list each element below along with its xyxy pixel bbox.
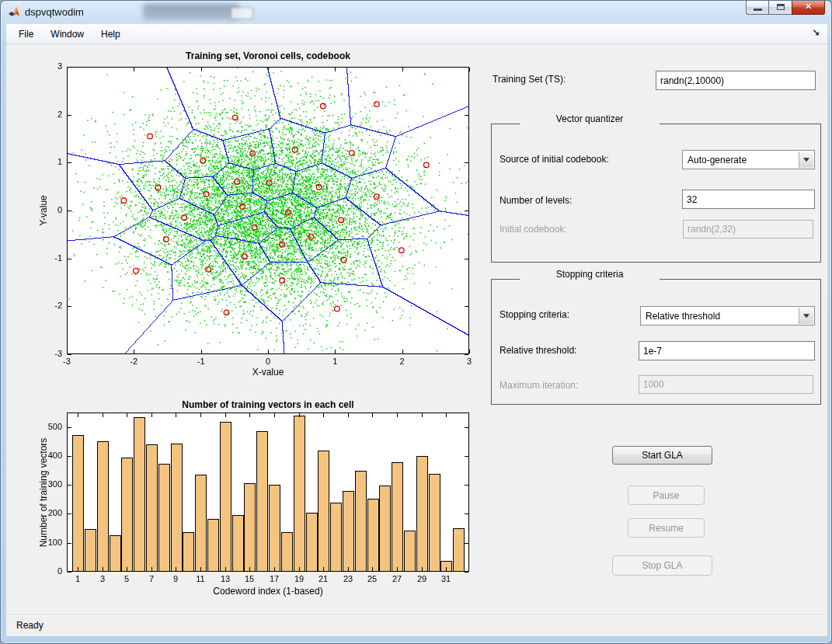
chevron-down-icon[interactable] — [799, 151, 813, 168]
voronoi-plot-ylabel: Y-value — [38, 195, 49, 226]
maximum-iteration-label: Maximum iteration: — [500, 380, 578, 391]
stopping-criteria-group: Stopping criteria Stopping criteria: Rel… — [491, 279, 821, 405]
matlab-figure-window: dspvqtwodim ✕ File Window Help ↘ Trainin… — [0, 0, 832, 644]
statusbar: Ready — [6, 614, 827, 636]
initial-codebook-input — [683, 220, 813, 238]
source-codebook-value: Auto-generate — [688, 155, 747, 165]
number-of-levels-input[interactable] — [682, 190, 815, 209]
bar-plot-ylabel: Number of training vectors — [38, 438, 49, 548]
source-codebook-dropdown[interactable]: Auto-generate — [682, 150, 815, 169]
redacted-region — [143, 4, 239, 20]
window-title: dspvqtwodim — [25, 6, 84, 18]
minimize-icon — [754, 9, 762, 11]
menu-window[interactable]: Window — [42, 26, 92, 43]
caption-buttons: ✕ — [747, 1, 825, 16]
stopping-criteria-label: Stopping criteria: — [500, 309, 569, 320]
vector-quantizer-group: Vector quantizer Source of initial codeb… — [491, 124, 821, 263]
voronoi-plot-xlabel: X-value — [252, 367, 284, 378]
training-set-label: Training Set (TS): — [493, 74, 566, 85]
close-button[interactable]: ✕ — [792, 1, 825, 15]
relative-threshold-input[interactable] — [639, 341, 815, 360]
training-set-input[interactable] — [656, 71, 816, 90]
status-text: Ready — [16, 620, 44, 631]
menu-help[interactable]: Help — [92, 26, 129, 43]
vector-quantizer-group-title: Vector quantizer — [520, 113, 660, 126]
menu-file[interactable]: File — [10, 26, 42, 43]
number-of-levels-label: Number of levels: — [500, 195, 572, 206]
menubar: File Window Help ↘ — [6, 24, 827, 44]
stopping-criteria-group-title: Stopping criteria — [520, 269, 660, 281]
pause-button: Pause — [628, 486, 705, 505]
titlebar: dspvqtwodim ✕ — [1, 1, 831, 24]
stop-gla-button: Stop GLA — [612, 555, 712, 576]
redacted-region-small — [231, 7, 253, 19]
matlab-logo-icon — [8, 6, 20, 19]
stopping-criteria-value: Relative threshold — [646, 311, 720, 322]
stopping-criteria-dropdown[interactable]: Relative threshold — [640, 306, 815, 325]
minimize-button[interactable] — [746, 1, 769, 15]
maximum-iteration-input — [639, 375, 813, 394]
bar-plot-xlabel: Codeword index (1-based) — [213, 586, 322, 597]
bar-plot-title: Number of training vectors in each cell — [182, 399, 353, 410]
dock-figure-icon[interactable]: ↘ — [812, 27, 820, 38]
chevron-down-icon[interactable] — [799, 308, 813, 324]
resume-button: Resume — [628, 518, 705, 538]
start-gla-button[interactable]: Start GLA — [612, 446, 712, 465]
source-codebook-label: Source of initial codebook: — [500, 154, 609, 165]
voronoi-plot-title: Training set, Voronoi cells, codebook — [186, 50, 350, 61]
close-icon: ✕ — [792, 2, 824, 12]
relative-threshold-label: Relative threshold: — [500, 345, 576, 356]
maximize-button[interactable] — [768, 1, 792, 15]
initial-codebook-label: Initial codebook: — [500, 224, 567, 235]
maximize-icon — [777, 4, 785, 10]
